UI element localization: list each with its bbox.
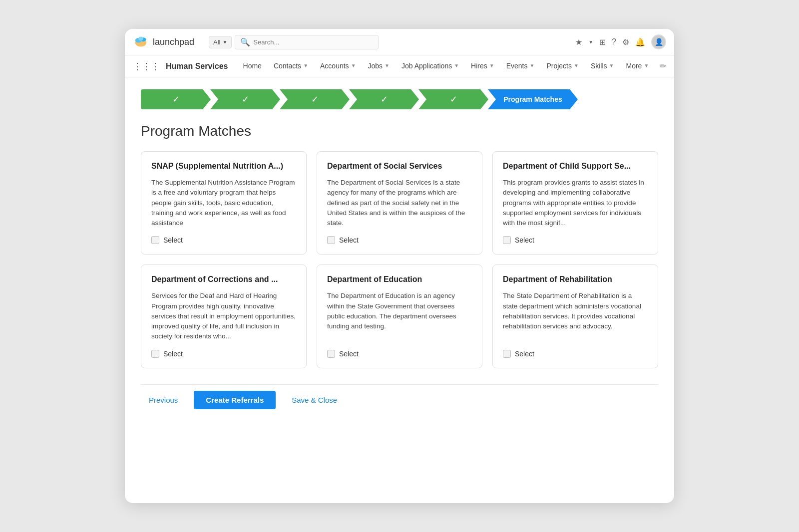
step-4: ✓ — [349, 89, 419, 109]
settings-icon[interactable]: ⚙ — [622, 37, 629, 47]
nav-events-label: Events — [506, 62, 528, 70]
nav-jobs-label: Jobs — [368, 62, 383, 70]
card-social-services-select-area: Select — [327, 236, 472, 244]
nav-contacts-label: Contacts — [274, 62, 301, 70]
logo-area: launchpad — [133, 34, 203, 50]
grid-menu-icon[interactable]: ⋮⋮⋮ — [133, 61, 160, 72]
card-education-select-area: Select — [327, 350, 472, 358]
footer-actions: Previous Create Referrals Save & Close — [141, 384, 658, 409]
card-corrections-select-label: Select — [163, 350, 183, 358]
card-child-support-select-area: Select — [503, 236, 648, 244]
app-name: Human Services — [166, 62, 228, 71]
nav-home-label: Home — [243, 62, 262, 70]
nav-item-hires[interactable]: Hires ▼ — [466, 56, 499, 77]
card-snap-checkbox[interactable] — [151, 236, 159, 244]
job-applications-dropdown-icon: ▼ — [454, 63, 459, 68]
cards-grid: SNAP (Supplemental Nutrition A...) The S… — [141, 151, 658, 368]
dropdown-star-icon[interactable]: ▼ — [588, 39, 593, 45]
step-3: ✓ — [280, 89, 350, 109]
search-icon: 🔍 — [240, 37, 250, 47]
card-rehabilitation-title: Department of Rehabilitation — [503, 275, 648, 284]
card-education-description: The Department of Education is an agency… — [327, 291, 472, 341]
step-5: ✓ — [418, 89, 488, 109]
card-child-support: Department of Child Support Se... This p… — [492, 151, 658, 255]
create-referrals-button[interactable]: Create Referrals — [194, 391, 276, 409]
card-social-services-description: The Department of Social Services is a s… — [327, 178, 472, 228]
nav-bar: ⋮⋮⋮ Human Services Home Contacts ▼ Accou… — [125, 55, 674, 77]
card-rehabilitation-description: The State Department of Rehabilitation i… — [503, 291, 648, 341]
top-bar: launchpad All ▼ 🔍 ★ ▼ ⊞ ? ⚙ 🔔 👤 — [125, 29, 674, 55]
contacts-dropdown-icon: ▼ — [303, 63, 308, 68]
nav-item-events[interactable]: Events ▼ — [501, 56, 540, 77]
step-2: ✓ — [210, 89, 280, 109]
card-social-services: Department of Social Services The Depart… — [317, 151, 482, 255]
nav-item-job-applications[interactable]: Job Applications ▼ — [397, 56, 464, 77]
filter-dropdown-icon: ▼ — [222, 39, 227, 45]
page-title: Program Matches — [141, 123, 658, 139]
card-rehabilitation-select-label: Select — [515, 350, 534, 358]
step-1-label: ✓ — [172, 94, 180, 105]
step-3-label: ✓ — [311, 94, 319, 105]
avatar-icon: 👤 — [655, 38, 663, 46]
svg-point-3 — [138, 37, 143, 41]
nav-job-applications-label: Job Applications — [401, 62, 452, 70]
save-close-button[interactable]: Save & Close — [284, 391, 345, 409]
previous-button[interactable]: Previous — [141, 391, 186, 409]
nav-item-contacts[interactable]: Contacts ▼ — [269, 56, 313, 77]
nav-accounts-label: Accounts — [320, 62, 349, 70]
nav-more-label: More — [626, 62, 642, 70]
nav-item-skills[interactable]: Skills ▼ — [586, 56, 619, 77]
card-snap: SNAP (Supplemental Nutrition A...) The S… — [141, 151, 307, 255]
edit-nav-icon[interactable]: ✏ — [660, 61, 666, 71]
nav-hires-label: Hires — [471, 62, 487, 70]
card-rehabilitation-select-area: Select — [503, 350, 648, 358]
card-corrections-title: Department of Corrections and ... — [151, 275, 296, 284]
search-input[interactable] — [253, 38, 373, 46]
star-icon[interactable]: ★ — [575, 37, 582, 47]
step-6-label: Program Matches — [503, 95, 562, 103]
avatar[interactable]: 👤 — [651, 34, 666, 49]
card-child-support-description: This program provides grants to assist s… — [503, 178, 648, 228]
card-corrections-checkbox[interactable] — [151, 350, 159, 358]
search-area: All ▼ 🔍 — [209, 35, 379, 49]
nav-item-more[interactable]: More ▼ — [621, 56, 654, 77]
card-corrections-select-area: Select — [151, 350, 296, 358]
add-icon[interactable]: ⊞ — [599, 37, 606, 47]
logo-icon — [133, 34, 149, 50]
step-5-label: ✓ — [450, 94, 457, 105]
help-icon[interactable]: ? — [612, 37, 616, 46]
nav-item-projects[interactable]: Projects ▼ — [541, 56, 583, 77]
card-rehabilitation: Department of Rehabilitation The State D… — [492, 265, 658, 368]
progress-steps: ✓ ✓ ✓ ✓ ✓ Program Matches — [141, 89, 658, 109]
step-4-label: ✓ — [381, 94, 388, 105]
nav-item-jobs[interactable]: Jobs ▼ — [363, 56, 395, 77]
hires-dropdown-icon: ▼ — [489, 63, 494, 68]
card-rehabilitation-checkbox[interactable] — [503, 350, 511, 358]
accounts-dropdown-icon: ▼ — [351, 63, 356, 68]
card-child-support-checkbox[interactable] — [503, 236, 511, 244]
card-corrections-description: Services for the Deaf and Hard of Hearin… — [151, 291, 296, 341]
card-education-checkbox[interactable] — [327, 350, 335, 358]
card-social-services-select-label: Select — [339, 236, 359, 244]
projects-dropdown-icon: ▼ — [574, 63, 579, 68]
card-education-title: Department of Education — [327, 275, 472, 284]
card-snap-select-area: Select — [151, 236, 296, 244]
browser-window: launchpad All ▼ 🔍 ★ ▼ ⊞ ? ⚙ 🔔 👤 ⋮⋮⋮ — [125, 29, 674, 503]
step-2-label: ✓ — [242, 94, 249, 105]
nav-item-home[interactable]: Home — [238, 56, 267, 77]
card-social-services-checkbox[interactable] — [327, 236, 335, 244]
search-filter-label: All — [213, 38, 220, 46]
main-content: ✓ ✓ ✓ ✓ ✓ Program Matches Program Matche… — [125, 77, 674, 421]
card-education: Department of Education The Department o… — [317, 265, 482, 368]
search-filter[interactable]: All ▼ — [209, 36, 232, 48]
events-dropdown-icon: ▼ — [530, 63, 535, 68]
step-6-active: Program Matches — [488, 89, 578, 109]
nav-item-accounts[interactable]: Accounts ▼ — [315, 56, 361, 77]
top-icons: ★ ▼ ⊞ ? ⚙ 🔔 👤 — [575, 34, 666, 49]
jobs-dropdown-icon: ▼ — [385, 63, 390, 68]
card-child-support-title: Department of Child Support Se... — [503, 162, 648, 171]
bell-icon[interactable]: 🔔 — [635, 37, 645, 47]
search-box[interactable]: 🔍 — [235, 35, 379, 49]
logo-text: launchpad — [153, 37, 194, 47]
step-1: ✓ — [141, 89, 211, 109]
